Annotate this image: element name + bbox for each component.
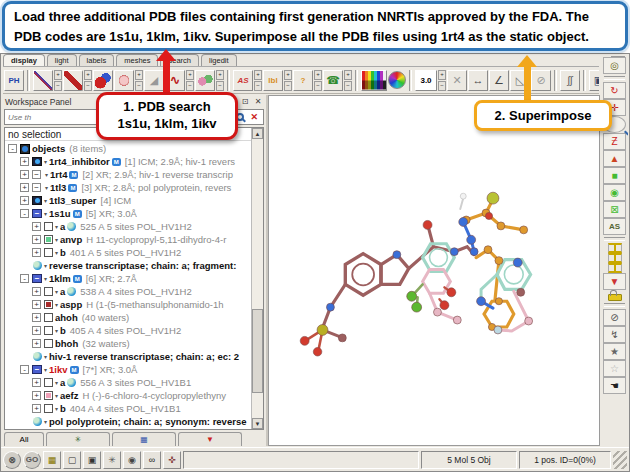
tree-item-name[interactable]: b — [60, 325, 66, 336]
objects-icon[interactable] — [20, 144, 30, 154]
tree-item-name[interactable]: a — [60, 377, 65, 388]
select-rect-icon[interactable]: ■ — [603, 167, 626, 184]
dropdown-icon[interactable]: ▾ — [55, 301, 58, 308]
superimpose-button[interactable]: ʃʃ — [560, 70, 580, 91]
tree-expander[interactable]: - — [20, 274, 29, 283]
lock-icon[interactable] — [608, 294, 622, 301]
center-view-icon[interactable]: ◎ — [603, 57, 626, 74]
distance-button[interactable]: ↔ — [468, 70, 488, 91]
tree-expander[interactable]: + — [20, 170, 29, 179]
visibility-checkbox[interactable] — [44, 287, 53, 296]
stick-style-button[interactable] — [63, 70, 83, 91]
dock-icon[interactable]: ⊡ — [240, 97, 250, 107]
light-icon[interactable]: ▲ — [603, 150, 626, 167]
tree-expander[interactable]: + — [20, 157, 29, 166]
wire-style-button[interactable] — [33, 70, 53, 91]
save-button[interactable]: ▣ — [589, 70, 599, 91]
visibility-checkbox[interactable] — [44, 391, 53, 400]
select-clear-icon[interactable]: ⊠ — [603, 201, 626, 218]
residue-label-button[interactable]: AS — [233, 70, 253, 91]
tree-item-name[interactable]: pol polyprotein; chain: a; synonym: reve… — [49, 416, 246, 427]
dropdown-icon[interactable]: ▾ — [55, 236, 58, 243]
panel-button[interactable]: ▣ — [83, 451, 101, 469]
molecule-globe-icon[interactable] — [33, 261, 42, 270]
tree-expander[interactable]: + — [32, 300, 41, 309]
select-lasso-icon[interactable]: ◉ — [603, 184, 626, 201]
dropdown-icon[interactable]: ▾ — [45, 184, 48, 191]
tree-item-name[interactable]: b — [60, 403, 66, 414]
molecule-globe-icon[interactable] — [33, 352, 42, 361]
dropdown-icon[interactable]: ▾ — [55, 379, 58, 386]
tree-expander[interactable]: + — [32, 378, 41, 387]
rock-off-icon[interactable]: ⊘ — [603, 309, 626, 326]
scale-button[interactable]: ✕ — [447, 70, 467, 91]
ball-style-button[interactable] — [93, 70, 113, 91]
tree-scrollbar[interactable]: ▲ ▼ — [251, 128, 263, 429]
tool-button[interactable]: ✜ — [163, 451, 181, 469]
tree-expander[interactable]: + — [20, 183, 29, 192]
tree-item-name[interactable]: objects — [32, 143, 65, 154]
dropdown-icon[interactable]: ▾ — [44, 275, 47, 282]
dropdown-icon[interactable]: ▾ — [55, 249, 58, 256]
dropdown-icon[interactable]: ▾ — [55, 392, 58, 399]
protonation-button[interactable]: PH — [4, 70, 24, 91]
dropdown-icon[interactable]: ▾ — [44, 158, 47, 165]
tree-item-name[interactable]: a — [60, 221, 65, 232]
dropdown-icon[interactable]: ▾ — [44, 210, 47, 217]
workspace-tab-molecules[interactable]: ✳ — [46, 432, 110, 446]
icm-icon[interactable] — [32, 196, 42, 205]
skin-style-button-spinner[interactable]: +− — [216, 70, 224, 91]
tab-ligedit[interactable]: ligedit — [201, 54, 237, 66]
stick-style-button-spinner[interactable]: +− — [84, 70, 92, 91]
tree-expander[interactable]: + — [20, 196, 29, 205]
variable-label-button-spinner[interactable]: +− — [314, 70, 322, 91]
sphere-style-button-spinner[interactable]: +− — [135, 70, 143, 91]
color-wheel-button[interactable] — [388, 71, 406, 89]
blueminus-icon[interactable]: − — [32, 209, 42, 218]
boxminus-icon[interactable]: − — [32, 183, 41, 192]
dropdown-icon[interactable]: ▾ — [55, 223, 58, 230]
dropdown-icon[interactable]: ▾ — [44, 262, 47, 269]
tree-expander[interactable]: + — [32, 248, 41, 257]
settings-button[interactable]: ✳ — [103, 451, 121, 469]
workspace-tab-selection[interactable]: ▼ — [178, 432, 242, 446]
tree-expander[interactable]: + — [32, 326, 41, 335]
tree-expander[interactable]: - — [20, 209, 29, 218]
clear-measure-button[interactable]: ⊘ — [531, 70, 551, 91]
blueminus-icon[interactable]: − — [32, 274, 42, 283]
tree-item-name[interactable]: 1tl3_super — [49, 195, 97, 206]
dropdown-icon[interactable]: ▾ — [44, 366, 47, 373]
workspace-tab-tables[interactable]: ▦ — [112, 432, 176, 446]
tree-expander[interactable]: + — [32, 222, 41, 231]
hbond-button-spinner[interactable]: +− — [344, 70, 352, 91]
tree-expander[interactable]: - — [8, 144, 17, 153]
variable-label-button[interactable]: ? — [293, 70, 313, 91]
window-button[interactable]: ▢ — [63, 451, 81, 469]
icm-icon[interactable] — [32, 157, 42, 166]
skin-style-button[interactable] — [195, 70, 215, 91]
clip-back-icon[interactable] — [608, 253, 622, 263]
visibility-checkbox[interactable] — [44, 378, 53, 387]
dropdown-icon[interactable]: ▾ — [55, 327, 58, 334]
residue-label-button-spinner[interactable]: +− — [254, 70, 262, 91]
wire-style-button-spinner[interactable]: +− — [54, 70, 62, 91]
tree-expander[interactable]: - — [20, 365, 29, 374]
visibility-checkbox[interactable] — [44, 235, 53, 244]
select-as-icon[interactable]: AS — [603, 218, 626, 235]
surface-style-button[interactable]: ◢ — [144, 70, 164, 91]
rotate-z-icon[interactable]: Ƶ — [603, 133, 626, 150]
hbond-button[interactable]: ☎ — [323, 70, 343, 91]
close-icon[interactable]: ✕ — [253, 97, 263, 107]
tree-item-name[interactable]: aspp — [60, 299, 82, 310]
sphere-style-button[interactable] — [114, 70, 134, 91]
tab-labels[interactable]: labels — [79, 54, 115, 66]
dropdown-icon[interactable]: ▾ — [44, 353, 47, 360]
scroll-thumb[interactable] — [252, 309, 263, 393]
sparkle-icon[interactable]: ★ — [603, 343, 626, 360]
ribbon-style-button-spinner[interactable]: +− — [186, 70, 194, 91]
blueminus-icon[interactable]: − — [32, 365, 42, 374]
resize-grip[interactable] — [613, 451, 627, 469]
molecule-globe-icon[interactable] — [33, 417, 42, 426]
tree-expander[interactable]: + — [32, 391, 41, 400]
dropdown-icon[interactable]: ▾ — [55, 288, 58, 295]
